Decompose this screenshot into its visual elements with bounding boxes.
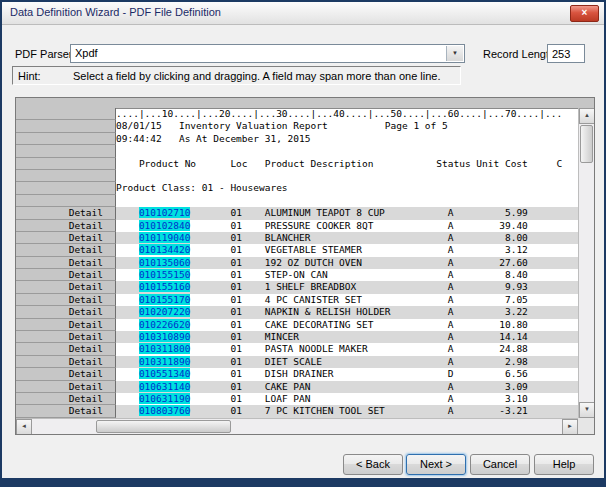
preview-line[interactable]: 010631190 01 LOAF PAN A 3.10	[116, 393, 578, 405]
record-type-cell[interactable]	[16, 195, 116, 207]
product-no-highlight[interactable]: 010551340	[139, 368, 190, 379]
product-no-highlight[interactable]: 010102840	[139, 220, 190, 231]
preview-row[interactable]	[16, 195, 578, 207]
preview-row[interactable]: Detail 010311890 01 DIET SCALE A 2.98	[16, 356, 578, 368]
record-type-cell[interactable]: Detail	[16, 381, 116, 393]
preview-line[interactable]: Product No Loc Product Description Statu…	[116, 158, 578, 170]
preview-line[interactable]: 010207220 01 NAPKIN & RELISH HOLDER A 3.…	[116, 306, 578, 318]
product-no-highlight[interactable]: 010310890	[139, 331, 190, 342]
preview-row[interactable]: Detail 010207220 01 NAPKIN & RELISH HOLD…	[16, 306, 578, 318]
horizontal-scrollbar-thumb[interactable]	[96, 420, 231, 433]
record-type-cell[interactable]: Detail	[16, 331, 116, 343]
preview-line[interactable]: 010311890 01 DIET SCALE A 2.98	[116, 356, 578, 368]
product-no-highlight[interactable]: 010155160	[139, 281, 190, 292]
record-type-cell[interactable]	[16, 120, 116, 132]
product-no-highlight[interactable]: 010311800	[139, 343, 190, 354]
record-type-cell[interactable]	[16, 108, 116, 120]
preview-row[interactable]: Detail 010119040 01 BLANCHER A 8.00	[16, 232, 578, 244]
product-no-highlight[interactable]: 010155170	[139, 294, 190, 305]
record-type-cell[interactable]: Detail	[16, 306, 116, 318]
product-no-highlight[interactable]: 010631140	[139, 381, 190, 392]
chevron-down-icon[interactable]: ▼	[446, 46, 463, 61]
preview-row[interactable]: Product No Loc Product Description Statu…	[16, 158, 578, 170]
product-no-highlight[interactable]: 010226620	[139, 319, 190, 330]
back-button[interactable]: < Back	[343, 454, 403, 475]
product-no-highlight[interactable]: 010803760	[139, 405, 190, 416]
preview-row[interactable]: Detail 010631190 01 LOAF PAN A 3.10	[16, 393, 578, 405]
record-type-cell[interactable]: Detail	[16, 319, 116, 331]
preview-row[interactable]: Detail 010134420 01 VEGETABLE STEAMER A …	[16, 244, 578, 256]
product-no-highlight[interactable]: 010134420	[139, 244, 190, 255]
product-no-highlight[interactable]: 010119040	[139, 232, 190, 243]
record-type-cell[interactable]: Detail	[16, 257, 116, 269]
record-type-cell[interactable]	[16, 133, 116, 145]
preview-line[interactable]: 010226620 01 CAKE DECORATING SET A 10.80	[116, 319, 578, 331]
preview-row[interactable]: Detail 010102710 01 ALUMINUM TEAPOT 8 CU…	[16, 207, 578, 219]
preview-row[interactable]: Detail 010102840 01 PRESSURE COOKER 8QT …	[16, 220, 578, 232]
preview-row[interactable]: Detail 010551340 01 DISH DRAINER D 6.56	[16, 368, 578, 380]
record-type-cell[interactable]: Detail	[16, 281, 116, 293]
preview-line[interactable]: 010155160 01 1 SHELF BREADBOX A 9.93	[116, 281, 578, 293]
preview-line[interactable]: 010551340 01 DISH DRAINER D 6.56	[116, 368, 578, 380]
product-no-highlight[interactable]: 010155150	[139, 269, 190, 280]
scroll-left-button[interactable]: ◄	[16, 419, 32, 435]
preview-row[interactable]: Detail 010631140 01 CAKE PAN A 3.09	[16, 381, 578, 393]
product-no-highlight[interactable]: 010207220	[139, 306, 190, 317]
next-button[interactable]: Next >	[406, 454, 466, 475]
preview-row[interactable]: 08/01/15 Inventory Valuation Report Page…	[16, 120, 578, 132]
record-type-cell[interactable]	[16, 145, 116, 157]
preview-body[interactable]: ....|...10....|...20....|...30....|...40…	[16, 108, 578, 418]
preview-row[interactable]: Detail 010155160 01 1 SHELF BREADBOX A 9…	[16, 281, 578, 293]
preview-row[interactable]	[16, 170, 578, 182]
preview-row[interactable]: Detail 010311800 01 PASTA NOODLE MAKER A…	[16, 343, 578, 355]
product-no-highlight[interactable]: 010102710	[139, 207, 190, 218]
record-type-cell[interactable]: Detail	[16, 368, 116, 380]
help-button[interactable]: Help	[534, 454, 594, 475]
record-type-cell[interactable]: Detail	[16, 343, 116, 355]
record-type-cell[interactable]: Detail	[16, 232, 116, 244]
product-no-highlight[interactable]: 010631190	[139, 393, 190, 404]
record-type-cell[interactable]: Detail	[16, 294, 116, 306]
preview-row[interactable]: Product Class: 01 - Housewares	[16, 182, 578, 194]
preview-line[interactable]: 010155150 01 STEP-ON CAN A 8.40	[116, 269, 578, 281]
record-type-cell[interactable]: Detail	[16, 244, 116, 256]
preview-line[interactable]: 010631140 01 CAKE PAN A 3.09	[116, 381, 578, 393]
preview-row[interactable]: 09:44:42 As At December 31, 2015	[16, 133, 578, 145]
preview-line[interactable]: 010155170 01 4 PC CANISTER SET A 7.05	[116, 294, 578, 306]
preview-row[interactable]: Detail 010135060 01 192 OZ DUTCH OVEN A …	[16, 257, 578, 269]
record-type-cell[interactable]	[16, 182, 116, 194]
preview-row[interactable]: Detail 010155150 01 STEP-ON CAN A 8.40	[16, 269, 578, 281]
preview-row[interactable]: Detail 010226620 01 CAKE DECORATING SET …	[16, 319, 578, 331]
preview-line[interactable]: 010102710 01 ALUMINUM TEAPOT 8 CUP A 5.9…	[116, 207, 578, 219]
cancel-button[interactable]: Cancel	[470, 454, 530, 475]
preview-row[interactable]: Detail 010310890 01 MINCER A 14.14	[16, 331, 578, 343]
vertical-scrollbar[interactable]: ▲ ▼	[578, 108, 594, 418]
preview-line[interactable]: ....|...10....|...20....|...30....|...40…	[116, 108, 578, 120]
preview-row[interactable]: Detail 010155170 01 4 PC CANISTER SET A …	[16, 294, 578, 306]
record-type-cell[interactable]: Detail	[16, 220, 116, 232]
preview-line[interactable]: 010803760 01 7 PC KITCHEN TOOL SET A -3.…	[116, 405, 578, 417]
close-button[interactable]: ×	[570, 5, 599, 22]
record-length-input[interactable]	[547, 44, 585, 63]
preview-row[interactable]: ....|...10....|...20....|...30....|...40…	[16, 108, 578, 120]
record-type-cell[interactable]: Detail	[16, 405, 116, 417]
pdf-parser-select[interactable]: Xpdf ▼	[70, 44, 465, 63]
scroll-right-button[interactable]: ►	[562, 419, 578, 435]
preview-line[interactable]: 010102840 01 PRESSURE COOKER 8QT A 39.40	[116, 220, 578, 232]
record-type-cell[interactable]: Detail	[16, 356, 116, 368]
preview-line[interactable]: 09:44:42 As At December 31, 2015	[116, 133, 578, 145]
record-type-cell[interactable]	[16, 170, 116, 182]
preview-line[interactable]: 010310890 01 MINCER A 14.14	[116, 331, 578, 343]
preview-line[interactable]	[116, 145, 578, 157]
scroll-up-button[interactable]: ▲	[579, 108, 595, 124]
preview-line[interactable]: 010134420 01 VEGETABLE STEAMER A 3.12	[116, 244, 578, 256]
preview-line[interactable]: 010119040 01 BLANCHER A 8.00	[116, 232, 578, 244]
product-no-highlight[interactable]: 010135060	[139, 257, 190, 268]
vertical-scrollbar-thumb[interactable]	[580, 125, 593, 163]
record-type-cell[interactable]: Detail	[16, 207, 116, 219]
preview-row[interactable]: Detail 010803760 01 7 PC KITCHEN TOOL SE…	[16, 405, 578, 417]
record-type-cell[interactable]: Detail	[16, 269, 116, 281]
pdf-preview-panel[interactable]: ....|...10....|...20....|...30....|...40…	[15, 97, 595, 435]
record-type-cell[interactable]	[16, 158, 116, 170]
preview-line[interactable]: 010135060 01 192 OZ DUTCH OVEN A 27.60	[116, 257, 578, 269]
